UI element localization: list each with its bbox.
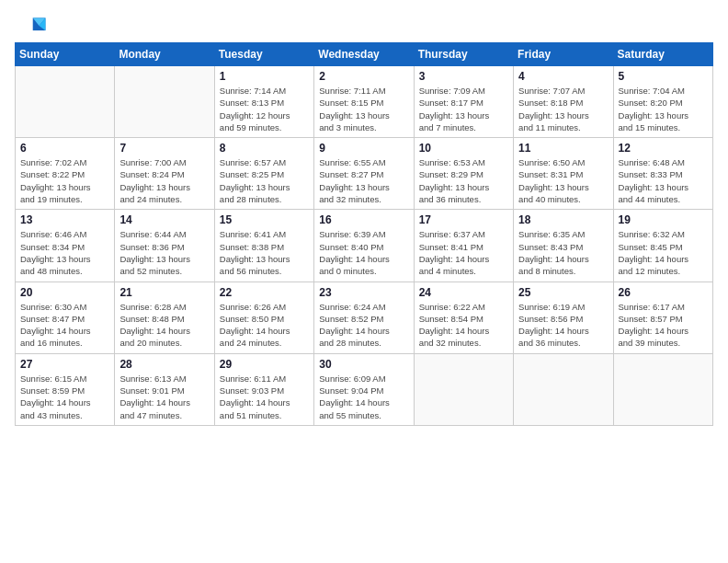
day-number: 5 [619, 70, 708, 83]
week-row-1: 1Sunrise: 7:14 AM Sunset: 8:13 PM Daylig… [16, 66, 713, 138]
day-number: 16 [319, 213, 408, 226]
day-info: Sunrise: 6:19 AM Sunset: 8:56 PM Dayligh… [518, 301, 608, 350]
calendar-cell: 30Sunrise: 6:09 AM Sunset: 9:04 PM Dayli… [314, 353, 414, 425]
calendar-cell: 26Sunrise: 6:17 AM Sunset: 8:57 PM Dayli… [613, 282, 712, 353]
calendar-cell: 11Sunrise: 6:50 AM Sunset: 8:31 PM Dayli… [514, 138, 613, 210]
calendar-cell: 3Sunrise: 7:09 AM Sunset: 8:17 PM Daylig… [414, 66, 513, 138]
calendar-cell: 19Sunrise: 6:32 AM Sunset: 8:45 PM Dayli… [613, 210, 712, 282]
day-number: 3 [419, 70, 508, 83]
calendar-cell: 6Sunrise: 7:02 AM Sunset: 8:22 PM Daylig… [16, 138, 115, 210]
week-row-5: 27Sunrise: 6:15 AM Sunset: 8:59 PM Dayli… [16, 353, 713, 425]
day-number: 29 [220, 358, 309, 371]
day-info: Sunrise: 6:39 AM Sunset: 8:40 PM Dayligh… [319, 228, 408, 277]
day-number: 9 [319, 142, 408, 155]
day-info: Sunrise: 7:09 AM Sunset: 8:17 PM Dayligh… [419, 85, 508, 133]
day-number: 24 [419, 286, 508, 299]
day-number: 25 [518, 286, 608, 299]
day-info: Sunrise: 7:11 AM Sunset: 8:15 PM Dayligh… [319, 85, 408, 133]
day-number: 17 [419, 213, 508, 226]
day-info: Sunrise: 7:14 AM Sunset: 8:13 PM Dayligh… [220, 85, 309, 133]
day-info: Sunrise: 7:07 AM Sunset: 8:18 PM Dayligh… [518, 85, 608, 133]
day-number: 13 [20, 213, 109, 226]
day-info: Sunrise: 6:35 AM Sunset: 8:43 PM Dayligh… [518, 228, 608, 277]
day-info: Sunrise: 6:30 AM Sunset: 8:47 PM Dayligh… [20, 301, 109, 350]
day-info: Sunrise: 6:57 AM Sunset: 8:25 PM Dayligh… [220, 156, 309, 205]
day-info: Sunrise: 6:28 AM Sunset: 8:48 PM Dayligh… [119, 301, 209, 350]
calendar-cell: 7Sunrise: 7:00 AM Sunset: 8:24 PM Daylig… [115, 138, 214, 210]
calendar-cell: 15Sunrise: 6:41 AM Sunset: 8:38 PM Dayli… [214, 210, 313, 282]
day-number: 27 [20, 358, 109, 371]
calendar-cell [414, 353, 513, 425]
day-info: Sunrise: 6:41 AM Sunset: 8:38 PM Dayligh… [220, 228, 309, 277]
weekday-header-row: SundayMondayTuesdayWednesdayThursdayFrid… [16, 43, 713, 66]
day-number: 30 [319, 358, 408, 371]
day-info: Sunrise: 6:32 AM Sunset: 8:45 PM Dayligh… [619, 228, 708, 277]
calendar-cell: 1Sunrise: 7:14 AM Sunset: 8:13 PM Daylig… [214, 66, 313, 138]
day-number: 4 [518, 70, 608, 83]
day-info: Sunrise: 6:53 AM Sunset: 8:29 PM Dayligh… [419, 156, 508, 205]
calendar-cell: 8Sunrise: 6:57 AM Sunset: 8:25 PM Daylig… [214, 138, 313, 210]
calendar-cell [115, 66, 214, 138]
calendar-cell: 20Sunrise: 6:30 AM Sunset: 8:47 PM Dayli… [16, 282, 115, 353]
calendar-cell: 17Sunrise: 6:37 AM Sunset: 8:41 PM Dayli… [414, 210, 513, 282]
calendar-cell: 27Sunrise: 6:15 AM Sunset: 8:59 PM Dayli… [16, 353, 115, 425]
day-info: Sunrise: 6:44 AM Sunset: 8:36 PM Dayligh… [119, 228, 209, 277]
weekday-header-wednesday: Wednesday [314, 43, 414, 66]
day-info: Sunrise: 7:02 AM Sunset: 8:22 PM Dayligh… [20, 156, 109, 205]
day-info: Sunrise: 6:50 AM Sunset: 8:31 PM Dayligh… [518, 156, 608, 205]
day-number: 20 [20, 286, 109, 299]
weekday-header-sunday: Sunday [16, 43, 115, 66]
day-info: Sunrise: 6:11 AM Sunset: 9:03 PM Dayligh… [220, 373, 309, 421]
logo-icon [15, 15, 48, 37]
day-number: 10 [419, 142, 508, 155]
day-number: 11 [518, 142, 608, 155]
day-info: Sunrise: 6:15 AM Sunset: 8:59 PM Dayligh… [20, 373, 109, 421]
calendar-cell [514, 353, 613, 425]
calendar-cell: 14Sunrise: 6:44 AM Sunset: 8:36 PM Dayli… [115, 210, 214, 282]
day-number: 6 [20, 142, 109, 155]
day-info: Sunrise: 7:00 AM Sunset: 8:24 PM Dayligh… [119, 156, 209, 205]
day-info: Sunrise: 6:46 AM Sunset: 8:34 PM Dayligh… [20, 228, 109, 277]
calendar-cell: 28Sunrise: 6:13 AM Sunset: 9:01 PM Dayli… [115, 353, 214, 425]
header [15, 15, 713, 37]
day-info: Sunrise: 6:26 AM Sunset: 8:50 PM Dayligh… [220, 301, 309, 350]
day-number: 26 [619, 286, 708, 299]
day-number: 8 [220, 142, 309, 155]
weekday-header-saturday: Saturday [613, 43, 712, 66]
day-number: 1 [220, 70, 309, 83]
day-number: 14 [119, 213, 209, 226]
calendar-cell [16, 66, 115, 138]
calendar-cell: 25Sunrise: 6:19 AM Sunset: 8:56 PM Dayli… [514, 282, 613, 353]
day-info: Sunrise: 7:04 AM Sunset: 8:20 PM Dayligh… [619, 85, 708, 133]
day-number: 19 [619, 213, 708, 226]
week-row-3: 13Sunrise: 6:46 AM Sunset: 8:34 PM Dayli… [16, 210, 713, 282]
day-number: 22 [220, 286, 309, 299]
calendar-cell: 29Sunrise: 6:11 AM Sunset: 9:03 PM Dayli… [214, 353, 313, 425]
day-info: Sunrise: 6:37 AM Sunset: 8:41 PM Dayligh… [419, 228, 508, 277]
calendar-cell: 22Sunrise: 6:26 AM Sunset: 8:50 PM Dayli… [214, 282, 313, 353]
weekday-header-thursday: Thursday [414, 43, 513, 66]
calendar: SundayMondayTuesdayWednesdayThursdayFrid… [15, 42, 713, 426]
calendar-cell: 23Sunrise: 6:24 AM Sunset: 8:52 PM Dayli… [314, 282, 414, 353]
week-row-2: 6Sunrise: 7:02 AM Sunset: 8:22 PM Daylig… [16, 138, 713, 210]
calendar-cell: 24Sunrise: 6:22 AM Sunset: 8:54 PM Dayli… [414, 282, 513, 353]
calendar-cell: 4Sunrise: 7:07 AM Sunset: 8:18 PM Daylig… [514, 66, 613, 138]
calendar-cell: 16Sunrise: 6:39 AM Sunset: 8:40 PM Dayli… [314, 210, 414, 282]
day-info: Sunrise: 6:48 AM Sunset: 8:33 PM Dayligh… [619, 156, 708, 205]
calendar-cell: 18Sunrise: 6:35 AM Sunset: 8:43 PM Dayli… [514, 210, 613, 282]
calendar-cell: 5Sunrise: 7:04 AM Sunset: 8:20 PM Daylig… [613, 66, 712, 138]
day-number: 21 [119, 286, 209, 299]
day-number: 2 [319, 70, 408, 83]
weekday-header-tuesday: Tuesday [214, 43, 313, 66]
logo [15, 15, 51, 37]
day-number: 28 [119, 358, 209, 371]
day-info: Sunrise: 6:24 AM Sunset: 8:52 PM Dayligh… [319, 301, 408, 350]
calendar-cell: 9Sunrise: 6:55 AM Sunset: 8:27 PM Daylig… [314, 138, 414, 210]
day-info: Sunrise: 6:22 AM Sunset: 8:54 PM Dayligh… [419, 301, 508, 350]
day-number: 7 [119, 142, 209, 155]
day-number: 23 [319, 286, 408, 299]
day-info: Sunrise: 6:13 AM Sunset: 9:01 PM Dayligh… [119, 373, 209, 421]
day-number: 15 [220, 213, 309, 226]
calendar-cell: 13Sunrise: 6:46 AM Sunset: 8:34 PM Dayli… [16, 210, 115, 282]
week-row-4: 20Sunrise: 6:30 AM Sunset: 8:47 PM Dayli… [16, 282, 713, 353]
